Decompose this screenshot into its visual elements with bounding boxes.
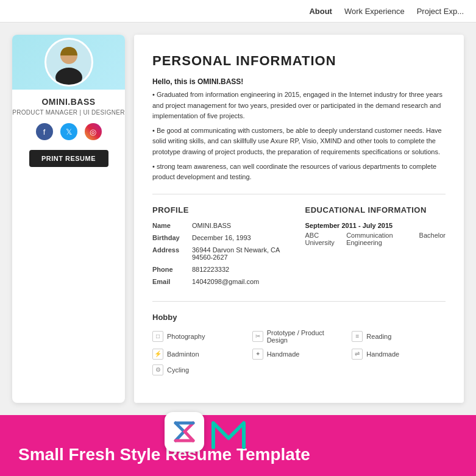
nav-about[interactable]: About [309, 7, 332, 16]
profile-birthday-label: Birthday [152, 234, 192, 241]
m-logo [210, 415, 247, 452]
instagram-icon[interactable]: ◎ [85, 123, 102, 140]
edu-university: ABC University [305, 232, 342, 246]
nav-work-experience[interactable]: Work Experience [344, 7, 405, 16]
top-navigation: About Work Experience Project Exp... [0, 0, 476, 23]
svg-point-1 [55, 68, 82, 85]
sidebar-card: OMINI.BASS PRODUCT MANAGER | UI DESIGNER… [12, 35, 125, 403]
divider-2 [152, 301, 446, 302]
cycling-icon: ⚙ [152, 364, 163, 375]
handmade-1-icon: ✦ [252, 349, 263, 360]
profile-email-label: Email [152, 278, 192, 285]
hobby-handmade-2-label: Handmade [366, 350, 399, 358]
hobby-reading: ≡ Reading [352, 329, 446, 344]
sidebar-name: OMINI.BASS [41, 97, 95, 107]
profile-birthday-row: Birthday December 16, 1993 [152, 234, 293, 241]
profile-email-value: 14042098@gmail.com [192, 278, 259, 285]
profile-phone-row: Phone 8812223332 [152, 266, 293, 273]
bottom-banner: Small Fresh Style Resume Template [0, 415, 476, 476]
intro-line-3: • strong team awareness, can well coordi… [152, 162, 446, 183]
divider-1 [152, 194, 446, 194]
profile-email-row: Email 14042098@gmail.com [152, 278, 293, 285]
hobby-badminton: ⚡ Badminton [152, 349, 246, 360]
logo-area [165, 412, 247, 452]
edu-field: Communication Engineering [346, 232, 414, 246]
hobby-cycling-label: Cycling [167, 366, 189, 374]
x-logo [165, 412, 204, 452]
hobby-badminton-label: Badminton [167, 350, 199, 358]
intro-bold: Hello, this is OMINI.BASS! [152, 77, 446, 86]
profile-edu-section: PROFILE Name OMINI.BASS Birthday Decembe… [152, 205, 446, 290]
profile-phone-value: 8812223332 [192, 266, 229, 273]
facebook-icon[interactable]: f [36, 123, 53, 140]
profile-birthday-value: December 16, 1993 [192, 234, 251, 241]
profile-address-value: 36944 Darvon St Newark, CA 94560-2627 [192, 246, 293, 261]
hobby-prototype: ✂ Prototype / Product Design [252, 329, 346, 344]
profile-name-label: Name [152, 222, 192, 229]
sidebar-title: PRODUCT MANAGER | UI DESIGNER [12, 109, 124, 116]
profile-name-row: Name OMINI.BASS [152, 222, 293, 229]
reading-icon: ≡ [352, 331, 363, 342]
hobby-photography-label: Photography [167, 333, 205, 340]
hobby-handmade-1: ✦ Handmade [252, 349, 346, 360]
profile-address-row: Address 36944 Darvon St Newark, CA 94560… [152, 246, 293, 261]
hobby-prototype-label: Prototype / Product Design [267, 329, 346, 344]
intro-line-2: • Be good at communicating with customer… [152, 126, 446, 158]
hobby-photography: □ Photography [152, 329, 246, 344]
profile-name-value: OMINI.BASS [192, 222, 231, 229]
prototype-icon: ✂ [252, 331, 263, 342]
handmade-2-icon: ⇌ [352, 349, 363, 360]
edu-degree: Bachelor [419, 232, 446, 246]
personal-info-title: PERSONAL INFORMATION [152, 53, 446, 69]
intro-line-1: • Graduated from information engineering… [152, 90, 446, 122]
sidebar-socials: f 𝕏 ◎ [36, 123, 102, 140]
main-area: OMINI.BASS PRODUCT MANAGER | UI DESIGNER… [0, 23, 476, 415]
profile-address-label: Address [152, 246, 192, 261]
hobby-cycling: ⚙ Cycling [152, 364, 246, 375]
sidebar-top-bg [12, 35, 125, 90]
hobby-handmade-2: ⇌ Handmade [352, 349, 446, 360]
profile-section: PROFILE Name OMINI.BASS Birthday Decembe… [152, 205, 293, 290]
nav-project-exp[interactable]: Project Exp... [417, 7, 464, 16]
hobby-section: Hobby □ Photography ✂ Prototype / Produc… [152, 313, 446, 375]
edu-row-1: ABC University Communication Engineering… [305, 232, 446, 246]
profile-subtitle: PROFILE [152, 205, 293, 215]
twitter-icon[interactable]: 𝕏 [60, 123, 77, 140]
photography-icon: □ [152, 331, 163, 342]
hobby-reading-label: Reading [366, 333, 391, 340]
hobby-title: Hobby [152, 313, 446, 322]
resume-content: PERSONAL INFORMATION Hello, this is OMIN… [134, 35, 464, 403]
education-section: EDUCATIONAL INFORMATION September 2011 -… [305, 205, 446, 290]
education-subtitle: EDUCATIONAL INFORMATION [305, 205, 446, 215]
profile-phone-label: Phone [152, 266, 192, 273]
hobby-handmade-1-label: Handmade [267, 350, 300, 358]
hobbies-grid: □ Photography ✂ Prototype / Product Desi… [152, 329, 446, 375]
badminton-icon: ⚡ [152, 349, 163, 360]
edu-date: September 2011 - July 2015 [305, 222, 446, 229]
avatar [44, 38, 93, 87]
print-resume-button[interactable]: PRINT RESUME [29, 150, 108, 167]
